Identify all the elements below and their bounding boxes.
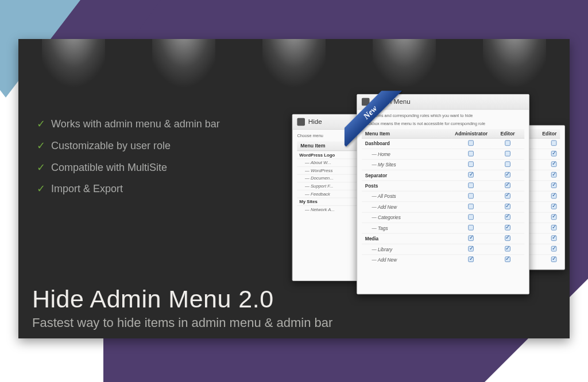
cell-label: — My Sites (362, 159, 451, 170)
table-row (525, 202, 560, 212)
check-icon: ✓ (37, 114, 45, 135)
checkbox[interactable] (469, 172, 474, 178)
cell-label: Separator (362, 170, 451, 180)
cell-label: — Tags (362, 223, 451, 233)
table-row (525, 149, 560, 159)
table-row (525, 191, 560, 201)
cell-label: — Home (362, 149, 451, 159)
checkbox[interactable] (551, 256, 557, 262)
checkbox[interactable] (551, 193, 557, 199)
checkbox[interactable] (505, 172, 510, 178)
check-icon: ✓ (37, 157, 45, 179)
checkbox[interactable] (505, 225, 510, 231)
check-icon: ✓ (37, 135, 45, 157)
feature-item: ✓Compatible with MultiSite (37, 157, 220, 179)
table-row: — Tags (362, 223, 524, 233)
gear-icon (297, 118, 305, 126)
feature-item: ✓Customizable by user role (37, 135, 220, 157)
table-row: — My Sites (362, 159, 524, 170)
checkbox[interactable] (505, 215, 510, 220)
table-row (525, 223, 560, 233)
checkbox[interactable] (551, 246, 557, 252)
checkbox[interactable] (469, 182, 474, 188)
new-ribbon: New (345, 91, 403, 149)
checkbox[interactable] (469, 215, 474, 220)
col-editor: Editor (491, 129, 524, 138)
checkbox[interactable] (469, 204, 474, 209)
table-row: Posts (362, 181, 524, 191)
checkbox[interactable] (505, 151, 510, 157)
feature-item: ✓Works with admin menu & admin bar (37, 114, 220, 135)
table-row (525, 181, 560, 191)
checkbox[interactable] (551, 225, 557, 231)
feature-label: Compatible with MultiSite (51, 157, 167, 179)
cell-label: — Add New (362, 255, 451, 265)
promo-banner: ✓Works with admin menu & admin bar✓Custo… (18, 39, 570, 338)
feature-item: ✓Import & Export (37, 178, 220, 200)
feature-label: Customizable by user role (51, 135, 171, 157)
checkbox[interactable] (551, 182, 557, 188)
feature-list: ✓Works with admin menu & admin bar✓Custo… (37, 114, 220, 200)
banner-subtitle: Fastest way to hide items in admin menu … (32, 315, 332, 330)
col-editor: Editor (525, 129, 560, 138)
dialog-stack: Hide Choose menu Menu Item WordPress Log… (292, 94, 565, 299)
cell-label: — Add New (362, 202, 451, 212)
checkbox[interactable] (505, 141, 510, 146)
checkbox[interactable] (469, 225, 474, 231)
table-row: Separator (362, 170, 524, 180)
dialog-title: Hide (308, 118, 322, 126)
back-right-rows (525, 138, 560, 265)
cell-label: — Library (362, 244, 451, 254)
ribbon-label: New (345, 91, 403, 147)
table-row (525, 233, 560, 244)
checkbox[interactable] (551, 204, 557, 209)
cell-label: — All Posts (362, 191, 451, 201)
checkbox[interactable] (469, 235, 474, 241)
table-row: — Add New (362, 202, 524, 212)
cell-label: Media (362, 233, 451, 244)
table-row: — All Posts (362, 191, 524, 201)
table-row (525, 244, 560, 254)
feature-label: Import & Export (51, 178, 123, 200)
table-row: — Home (362, 149, 524, 159)
banner-title: Hide Admin Menu 2.0 (32, 285, 274, 313)
checkbox[interactable] (551, 172, 557, 178)
checkbox[interactable] (469, 246, 474, 252)
table-row (525, 159, 560, 170)
checkbox[interactable] (551, 161, 557, 167)
table-row: — Categories (362, 212, 524, 223)
checkbox[interactable] (551, 141, 557, 146)
checkbox[interactable] (469, 193, 474, 199)
table-row (525, 170, 560, 180)
cell-label: Posts (362, 181, 451, 191)
checkbox[interactable] (505, 235, 510, 241)
table-row: — Library (362, 244, 524, 254)
feature-label: Works with admin menu & admin bar (51, 114, 220, 135)
check-icon: ✓ (37, 178, 45, 200)
table-row (525, 255, 560, 265)
checkbox[interactable] (505, 161, 510, 167)
checkbox[interactable] (505, 193, 510, 199)
checkbox[interactable] (505, 256, 510, 262)
table-row: Media (362, 233, 524, 244)
checkbox[interactable] (469, 141, 474, 146)
checkbox[interactable] (469, 161, 474, 167)
col-admin: Administrator (451, 129, 491, 138)
main-rows: Dashboard— Home— My SitesSeparatorPosts—… (362, 138, 524, 265)
checkbox[interactable] (505, 182, 510, 188)
table-row: — Add New (362, 255, 524, 265)
checkbox[interactable] (551, 235, 557, 241)
checkbox[interactable] (505, 204, 510, 209)
checkbox[interactable] (469, 256, 474, 262)
cell-label: — Categories (362, 212, 451, 223)
table-row (525, 138, 560, 149)
checkbox[interactable] (551, 151, 557, 157)
table-row (525, 212, 560, 223)
checkbox[interactable] (469, 151, 474, 157)
checkbox[interactable] (551, 215, 557, 220)
checkbox[interactable] (505, 246, 510, 252)
